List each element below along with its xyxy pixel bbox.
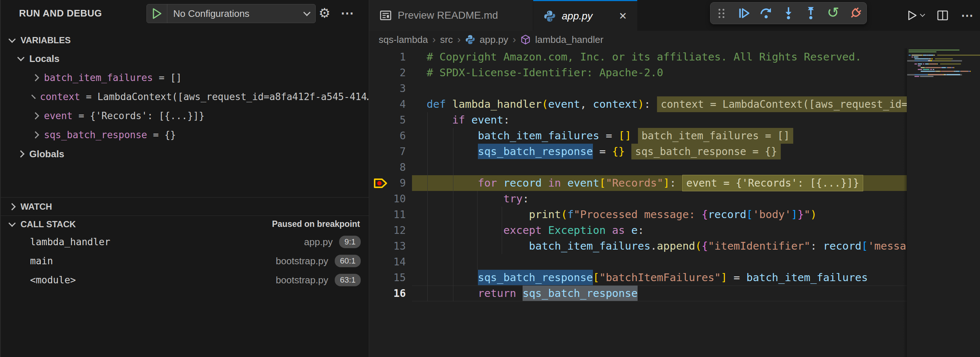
code-line-14[interactable]: 14 (369, 254, 907, 270)
line-number[interactable]: 15 (393, 272, 406, 284)
step-into-button[interactable] (778, 3, 800, 24)
variable-row[interactable]: batch_item_failures= [] (1, 68, 369, 87)
more-actions-icon[interactable]: ⋯ (961, 8, 974, 23)
scope-locals[interactable]: Locals (1, 49, 369, 68)
line-number[interactable]: 3 (399, 83, 406, 94)
gutter[interactable]: 4 (369, 96, 426, 112)
call-stack-frame[interactable]: mainbootstrap.py60:1 (1, 252, 369, 271)
gutter[interactable]: 1 (369, 49, 426, 65)
continue-button[interactable] (733, 3, 755, 24)
gutter[interactable]: 14 (369, 254, 426, 270)
close-icon[interactable]: ✕ (619, 10, 627, 22)
tab-preview-readme[interactable]: Preview README.md (369, 0, 533, 31)
gear-icon[interactable]: ⚙ (318, 5, 330, 21)
gutter[interactable]: 9 (369, 175, 426, 191)
restart-button[interactable]: ↺ (822, 3, 844, 24)
variable-row[interactable]: event= {'Records': [{...}]} (1, 106, 369, 125)
line-number[interactable]: 1 (399, 51, 406, 63)
line-number[interactable]: 8 (399, 161, 406, 174)
code-line-16[interactable]: 16 return sqs_batch_response (369, 285, 907, 301)
code-line-10[interactable]: 10 try: (369, 191, 907, 207)
gutter[interactable]: 12 (369, 223, 426, 238)
line-number[interactable]: 16 (393, 287, 406, 300)
line-number[interactable]: 7 (399, 145, 406, 158)
disconnect-icon (849, 6, 862, 20)
code-editor[interactable]: 1# Copyright Amazon.com, Inc. or its aff… (369, 48, 980, 357)
gutter[interactable]: 15 (369, 270, 426, 285)
line-number[interactable]: 14 (393, 256, 406, 268)
code-line-13[interactable]: 13 batch_item_failures.append({"itemIden… (369, 238, 907, 254)
breadcrumb-symbol[interactable]: lambda_handler (535, 34, 603, 45)
drag-handle[interactable] (711, 3, 733, 24)
preview-icon (379, 9, 392, 22)
split-editor-icon[interactable] (937, 10, 948, 21)
gutter[interactable]: 16 (369, 285, 426, 301)
minimap[interactable] (907, 48, 980, 357)
debug-config-dropdown[interactable]: No Configurations (146, 4, 316, 23)
step-over-icon (759, 6, 773, 20)
line-number[interactable]: 13 (393, 240, 406, 252)
gutter[interactable]: 7 (369, 144, 426, 159)
line-number[interactable]: 2 (399, 67, 406, 79)
gutter[interactable]: 10 (369, 191, 426, 207)
variable-row[interactable]: context= LambdaContext([aws_request_id=a… (1, 87, 369, 106)
line-number[interactable]: 10 (393, 193, 406, 205)
code-line-4[interactable]: 4def lambda_handler(event, context):cont… (369, 96, 907, 112)
step-out-button[interactable] (799, 3, 822, 24)
line-number[interactable]: 5 (399, 114, 406, 126)
variables-section-header[interactable]: VARIABLES (1, 32, 369, 49)
line-number[interactable]: 4 (399, 98, 406, 110)
code-line-15[interactable]: 15 sqs_batch_response["batchItemFailures… (369, 270, 907, 285)
breadcrumb-folder[interactable]: sqs-lambda (379, 34, 428, 45)
code-line-7[interactable]: 7 sqs_batch_response = {}sqs_batch_respo… (369, 144, 907, 159)
code-line-1[interactable]: 1# Copyright Amazon.com, Inc. or its aff… (369, 49, 907, 65)
gutter[interactable]: 11 (369, 207, 426, 223)
code-line-8[interactable]: 8 (369, 159, 907, 175)
code-line-3[interactable]: 3 (369, 81, 907, 96)
call-stack-section-header[interactable]: CALL STACK Paused on breakpoint (1, 215, 369, 233)
frame-position-badge: 60:1 (335, 255, 361, 267)
code-token: , (580, 98, 593, 110)
run-python-file-button[interactable] (907, 10, 924, 21)
code-line-9[interactable]: 9 for record in event["Records"]:event =… (369, 175, 907, 191)
gutter[interactable]: 13 (369, 238, 426, 254)
code-line-11[interactable]: 11 print(f"Processed message: {record['b… (369, 207, 907, 223)
code-line-12[interactable]: 12 except Exception as e: (369, 223, 907, 238)
line-number[interactable]: 12 (393, 224, 406, 236)
code-line-2[interactable]: 2# SPDX-License-Identifier: Apache-2.0 (369, 65, 907, 81)
line-number[interactable]: 11 (393, 209, 406, 221)
line-number[interactable]: 6 (399, 130, 406, 142)
vscode-window: RUN AND DEBUG No Configurations ⚙ ⋯ VARI… (0, 0, 980, 357)
gutter[interactable]: 6 (369, 128, 426, 144)
start-debug-button[interactable] (147, 5, 167, 23)
gutter[interactable]: 5 (369, 112, 426, 128)
scope-globals[interactable]: Globals (1, 144, 369, 164)
gutter[interactable]: 8 (369, 159, 426, 175)
breadcrumb-file[interactable]: app.py (480, 34, 508, 45)
variable-name: context (40, 91, 80, 102)
code-token (426, 224, 504, 236)
disconnect-button[interactable] (844, 3, 867, 24)
call-stack-frame[interactable]: <module>bootstrap.py63:1 (1, 271, 369, 290)
watch-section-header[interactable]: WATCH (1, 197, 369, 215)
step-over-button[interactable] (755, 3, 778, 24)
code-token: if (452, 114, 465, 126)
code-token: batch_item_failures (529, 240, 651, 252)
code-token: in (548, 177, 561, 189)
more-actions-icon[interactable]: ⋯ (340, 5, 355, 21)
breadcrumb-folder[interactable]: src (440, 34, 453, 45)
gutter[interactable]: 3 (369, 81, 426, 96)
code-token: 'body' (753, 208, 791, 221)
call-stack-frame[interactable]: lambda_handlerapp.py9:1 (1, 233, 369, 252)
line-number[interactable]: 9 (399, 177, 406, 189)
code-text: # SPDX-License-Identifier: Apache-2.0 (426, 65, 663, 81)
call-stack-list: lambda_handlerapp.py9:1mainbootstrap.py6… (1, 233, 369, 290)
code-token: f (567, 208, 573, 221)
tab-app-py[interactable]: app.py ✕ (533, 0, 637, 31)
code-line-5[interactable]: 5 if event: (369, 112, 907, 128)
gutter[interactable]: 2 (369, 65, 426, 81)
play-icon (152, 8, 162, 19)
code-line-6[interactable]: 6 batch_item_failures = []batch_item_fai… (369, 128, 907, 144)
variable-row[interactable]: sqs_batch_response= {} (1, 125, 369, 144)
code-area[interactable]: 1# Copyright Amazon.com, Inc. or its aff… (369, 48, 907, 357)
